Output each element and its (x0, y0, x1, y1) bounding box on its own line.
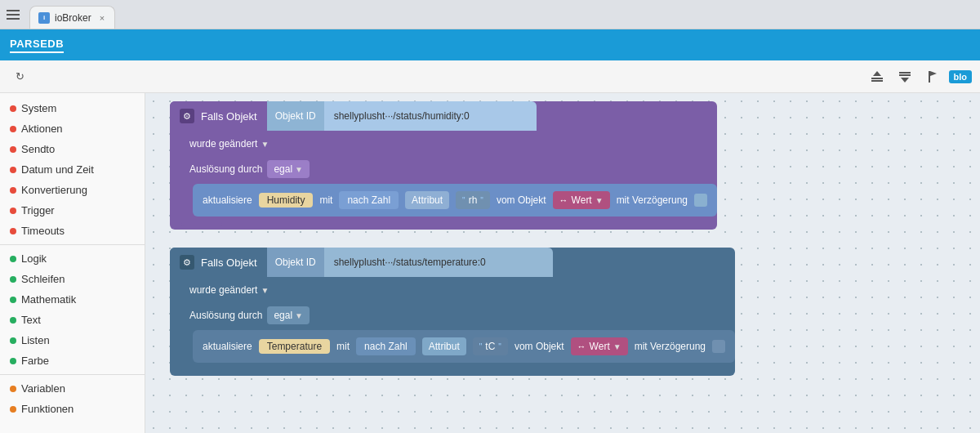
svg-rect-0 (871, 78, 883, 79)
sidebar-item-mathematik[interactable]: Mathematik (0, 289, 145, 310)
toolbar-left: ↻ (8, 65, 31, 88)
sidebar-dot-sendto (10, 146, 16, 153)
quote-badge-1[interactable]: " rh " (456, 191, 490, 209)
block-header-purple-humidity: ⚙ Falls Objekt (170, 101, 267, 131)
sidebar-item-timeouts[interactable]: Timeouts (0, 221, 145, 241)
svg-marker-7 (930, 71, 937, 76)
wert-badge-2[interactable]: ↔ Wert ▼ (571, 337, 628, 355)
block-outer-temperature[interactable]: ⚙ Falls Objekt Objekt ID shellyplusht···… (170, 248, 735, 376)
sidebar-item-schleifen[interactable]: Schleifen (0, 269, 145, 289)
auslosung-row-2: Auslösung durch egal ▼ (170, 303, 735, 328)
wert-badge-1[interactable]: ↔ Wert ▼ (553, 191, 610, 209)
aktualisiere-label-1: aktualisiere (203, 194, 252, 206)
sidebar-dot-system (10, 105, 16, 112)
sidebar-dot-listen (10, 337, 16, 344)
verz-checkbox-1[interactable] (694, 194, 707, 207)
wert-dropdown-2: ▼ (613, 342, 621, 351)
sidebar-dot-timeouts (10, 228, 16, 234)
svg-rect-4 (899, 74, 911, 76)
sidebar-dot-trigger (10, 208, 16, 214)
side-purple-2 (170, 157, 181, 181)
temperature-badge-2[interactable]: Temperature (259, 339, 330, 354)
quote-open-2: " (479, 342, 483, 351)
quote-badge-2[interactable]: " tC " (473, 337, 508, 355)
humidity-badge-1[interactable]: Humidity (259, 193, 314, 208)
sidebar-item-funktionen[interactable]: Funktionen (0, 399, 145, 419)
vom-objekt-label-1: vom Objekt (497, 194, 546, 206)
blocks-area: ⚙ Falls Objekt Objekt ID shellyplusht···… (170, 101, 921, 394)
sidebar-item-variablen[interactable]: Variablen (0, 378, 145, 399)
blo-badge[interactable]: blo (949, 70, 973, 83)
browser-menu-icon[interactable] (7, 7, 23, 23)
mit-label-1: mit (319, 194, 332, 206)
import-button[interactable] (893, 65, 916, 88)
objekt-id-label-1: Objekt ID (267, 101, 324, 131)
svg-rect-6 (929, 71, 930, 83)
wert-arrow-1: ↔ (559, 195, 568, 205)
quote-open-1: " (462, 196, 466, 205)
browser-tab[interactable]: i ioBroker × (29, 6, 115, 29)
nach-zahl-badge-2[interactable]: nach Zahl (356, 337, 416, 355)
side-blue-2 (170, 303, 181, 328)
auslosung-label-2: Auslösung durch egal ▼ (181, 303, 318, 328)
app-title: PARSEDB (10, 38, 64, 53)
sidebar-item-logik[interactable]: Logik (0, 248, 145, 269)
sidebar-item-aktionen[interactable]: Aktionen (0, 118, 145, 139)
flag-icon (925, 69, 940, 84)
sidebar-item-farbe[interactable]: Farbe (0, 350, 145, 371)
aktualisiere-label-2: aktualisiere (203, 341, 252, 352)
tab-label: ioBroker (55, 12, 91, 24)
sidebar-item-text[interactable]: Text (0, 310, 145, 330)
sidebar-item-sendto[interactable]: Sendto (0, 139, 145, 159)
tab-favicon: i (38, 12, 50, 24)
inner-block-1: aktualisiere Humidity mit nach Zahl Attr… (193, 184, 717, 216)
verz-checkbox-2[interactable] (712, 340, 725, 353)
block-group-temperature: ⚙ Falls Objekt Objekt ID shellyplusht···… (170, 248, 921, 376)
sidebar-item-datum-und-zeit[interactable]: Datum und Zeit (0, 159, 145, 180)
sidebar-item-konvertierung[interactable]: Konvertierung (0, 180, 145, 200)
workspace[interactable]: ⚙ Falls Objekt Objekt ID shellyplusht···… (145, 93, 980, 433)
sidebar-dot-konv (10, 187, 16, 194)
block-outer-humidity[interactable]: ⚙ Falls Objekt Objekt ID shellyplusht···… (170, 101, 717, 230)
inner-row-2: aktualisiere Temperature mit nach Zahl A… (193, 330, 735, 363)
wert-arrow-2: ↔ (577, 341, 586, 351)
gear-icon-humidity: ⚙ (180, 109, 194, 123)
side-blue-1 (170, 278, 181, 302)
block-group-humidity: ⚙ Falls Objekt Objekt ID shellyplusht···… (170, 101, 921, 230)
objekt-id-value-1[interactable]: shellyplusht···/status/humidity:0 (324, 101, 537, 131)
wurde-row-2: wurde geändert ▼ (170, 278, 735, 302)
mit-label-2: mit (336, 341, 350, 352)
objekt-id-value-2[interactable]: shellyplusht···/status/temperature:0 (324, 248, 553, 277)
attribut-badge-1: Attribut (405, 191, 449, 209)
svg-rect-3 (899, 72, 911, 74)
egal-dropdown-arrow-2: ▼ (295, 311, 303, 320)
sidebar-dot-text (10, 317, 16, 324)
sidebar-divider-2 (0, 374, 145, 375)
objekt-id-label-2: Objekt ID (267, 248, 324, 277)
toolbar: ↻ blo (0, 60, 980, 93)
sidebar-item-listen[interactable]: Listen (0, 330, 145, 350)
quote-close-2: " (498, 342, 501, 351)
wurde-label-1[interactable]: wurde geändert ▼ (181, 132, 277, 156)
wert-dropdown-1: ▼ (595, 196, 604, 205)
refresh-button[interactable]: ↻ (8, 65, 31, 88)
wurde-dropdown-arrow-1: ▼ (261, 140, 269, 149)
wurde-label-2[interactable]: wurde geändert ▼ (181, 278, 277, 302)
sidebar-dot-aktionen (10, 126, 16, 132)
flag-button[interactable] (921, 65, 944, 88)
import-icon (898, 69, 912, 84)
sidebar-item-system[interactable]: System (0, 98, 145, 118)
egal-badge-2[interactable]: egal ▼ (267, 306, 310, 324)
quote-close-1: " (480, 196, 483, 205)
tab-close-button[interactable]: × (100, 13, 105, 23)
export-icon (870, 69, 884, 84)
sidebar: System Aktionen Sendto Datum und Zeit Ko… (0, 93, 145, 433)
nach-zahl-badge-1[interactable]: nach Zahl (339, 191, 399, 209)
sidebar-dot-funktionen (10, 406, 16, 413)
export-button[interactable] (866, 65, 889, 88)
attribut-badge-2: Attribut (422, 337, 466, 355)
egal-badge-1[interactable]: egal ▼ (267, 160, 310, 178)
sidebar-item-trigger[interactable]: Trigger (0, 200, 145, 221)
gear-icon-temp: ⚙ (180, 255, 194, 270)
sidebar-dot-schleifen (10, 276, 16, 283)
